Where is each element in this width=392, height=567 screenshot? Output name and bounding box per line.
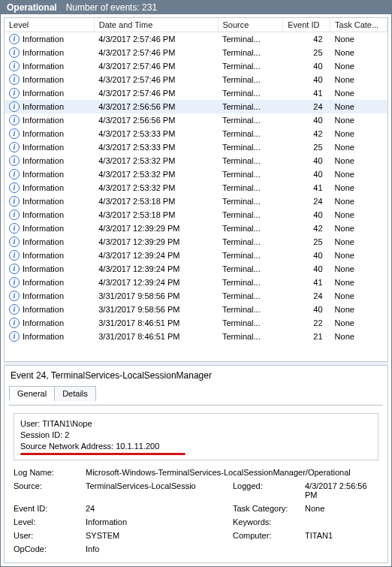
content-area: Level Date and Time Source Event ID Task…	[1, 14, 391, 566]
info-icon: i	[9, 115, 20, 125]
cell-level-text: Information	[23, 170, 64, 179]
cell-eventid: 40	[283, 113, 330, 127]
table-row[interactable]: iInformation4/3/2017 2:53:18 PMTerminal.…	[5, 195, 387, 208]
table-row[interactable]: iInformation4/3/2017 2:57:46 PMTerminal.…	[5, 73, 387, 86]
cell-level-text: Information	[23, 75, 64, 84]
table-row[interactable]: iInformation4/3/2017 2:57:46 PMTerminal.…	[5, 59, 387, 73]
cell-level: iInformation	[5, 46, 94, 59]
cell-taskcat: None	[330, 46, 387, 59]
info-icon: i	[9, 277, 20, 288]
cell-source: Terminal...	[218, 46, 283, 59]
cell-taskcat: None	[330, 154, 387, 167]
tab-details[interactable]: Details	[54, 386, 96, 401]
table-row[interactable]: iInformation4/3/2017 2:53:33 PMTerminal.…	[5, 140, 387, 154]
cell-date: 4/3/2017 12:39:24 PM	[94, 249, 218, 262]
meta-eventid-k: Event ID:	[14, 504, 81, 513]
cell-level: iInformation	[5, 195, 94, 208]
meta-level-k: Level:	[14, 517, 81, 526]
info-icon: i	[9, 331, 20, 342]
cell-date: 4/3/2017 2:57:46 PM	[94, 46, 218, 59]
cell-date: 4/3/2017 12:39:29 PM	[94, 235, 218, 249]
info-icon: i	[9, 142, 20, 152]
cell-source: Terminal...	[218, 208, 283, 222]
cell-source: Terminal...	[218, 316, 283, 330]
table-row[interactable]: iInformation4/3/2017 2:53:18 PMTerminal.…	[5, 208, 387, 222]
cell-eventid: 42	[283, 127, 330, 140]
meta-level-v: Information	[86, 517, 228, 526]
table-row[interactable]: iInformation4/3/2017 12:39:24 PMTerminal…	[5, 262, 387, 276]
cell-level-text: Information	[23, 183, 64, 192]
info-icon: i	[9, 182, 20, 193]
cell-level-text: Information	[23, 278, 64, 287]
grid-header-row[interactable]: Level Date and Time Source Event ID Task…	[5, 18, 387, 32]
cell-level: iInformation	[5, 316, 94, 330]
cell-date: 3/31/2017 8:46:51 PM	[94, 330, 218, 343]
table-row[interactable]: iInformation4/3/2017 2:53:32 PMTerminal.…	[5, 154, 387, 167]
event-viewer-window: Operational Number of events: 231 Level …	[0, 0, 392, 567]
cell-date: 4/3/2017 2:53:32 PM	[94, 181, 218, 195]
cell-eventid: 40	[283, 262, 330, 276]
table-row[interactable]: iInformation4/3/2017 12:39:24 PMTerminal…	[5, 249, 387, 262]
meta-empty2	[305, 544, 378, 553]
col-header-taskcat[interactable]: Task Cate...	[330, 18, 387, 32]
table-row[interactable]: iInformation4/3/2017 2:57:46 PMTerminal.…	[5, 32, 387, 47]
cell-level-text: Information	[23, 48, 64, 57]
cell-level: iInformation	[5, 208, 94, 222]
info-icon: i	[9, 101, 20, 112]
table-row[interactable]: iInformation4/3/2017 12:39:29 PMTerminal…	[5, 222, 387, 235]
msg-session: Session ID: 2	[20, 430, 372, 441]
msg-source-addr: Source Network Address: 10.1.11.200	[20, 441, 372, 452]
tab-general[interactable]: General	[9, 386, 55, 401]
info-icon: i	[9, 318, 20, 328]
cell-taskcat: None	[330, 32, 387, 47]
cell-taskcat: None	[330, 100, 387, 113]
cell-eventid: 40	[283, 154, 330, 167]
table-row[interactable]: iInformation4/3/2017 2:56:56 PMTerminal.…	[5, 100, 387, 113]
col-header-eventid[interactable]: Event ID	[283, 18, 330, 32]
cell-eventid: 40	[283, 167, 330, 181]
cell-level-text: Information	[23, 251, 64, 260]
col-header-level[interactable]: Level	[5, 18, 94, 32]
meta-keywords-k: Keywords:	[233, 517, 300, 526]
table-row[interactable]: iInformation4/3/2017 2:53:32 PMTerminal.…	[5, 181, 387, 195]
meta-eventid-v: 24	[86, 504, 228, 513]
col-header-source[interactable]: Source	[218, 18, 283, 32]
cell-taskcat: None	[330, 208, 387, 222]
cell-source: Terminal...	[218, 303, 283, 316]
table-row[interactable]: iInformation3/31/2017 9:58:56 PMTerminal…	[5, 303, 387, 316]
table-row[interactable]: iInformation4/3/2017 2:57:46 PMTerminal.…	[5, 46, 387, 59]
info-icon: i	[9, 196, 20, 207]
cell-source: Terminal...	[218, 73, 283, 86]
cell-level-text: Information	[23, 264, 64, 273]
table-row[interactable]: iInformation4/3/2017 2:53:33 PMTerminal.…	[5, 127, 387, 140]
cell-eventid: 41	[283, 276, 330, 289]
cell-source: Terminal...	[218, 222, 283, 235]
table-row[interactable]: iInformation3/31/2017 9:58:56 PMTerminal…	[5, 289, 387, 303]
cell-date: 4/3/2017 12:39:24 PM	[94, 262, 218, 276]
cell-level: iInformation	[5, 235, 94, 249]
table-row[interactable]: iInformation4/3/2017 12:39:29 PMTerminal…	[5, 235, 387, 249]
cell-eventid: 41	[283, 86, 330, 100]
cell-date: 4/3/2017 2:53:18 PM	[94, 208, 218, 222]
table-row[interactable]: iInformation4/3/2017 2:56:56 PMTerminal.…	[5, 113, 387, 127]
table-row[interactable]: iInformation3/31/2017 8:46:51 PMTerminal…	[5, 316, 387, 330]
table-row[interactable]: iInformation4/3/2017 2:57:46 PMTerminal.…	[5, 86, 387, 100]
cell-taskcat: None	[330, 167, 387, 181]
cell-level: iInformation	[5, 113, 94, 127]
info-icon: i	[9, 61, 20, 71]
table-row[interactable]: iInformation4/3/2017 2:53:32 PMTerminal.…	[5, 167, 387, 181]
table-row[interactable]: iInformation4/3/2017 12:39:24 PMTerminal…	[5, 276, 387, 289]
cell-level: iInformation	[5, 181, 94, 195]
events-grid[interactable]: Level Date and Time Source Event ID Task…	[4, 17, 388, 362]
titlebar: Operational Number of events: 231	[1, 1, 391, 14]
cell-eventid: 24	[283, 289, 330, 303]
meta-computer-v: TITAN1	[305, 531, 378, 540]
cell-level: iInformation	[5, 154, 94, 167]
detail-title: Event 24, TerminalServices-LocalSessionM…	[9, 369, 383, 385]
meta-source-k: Source:	[14, 481, 81, 499]
table-row[interactable]: iInformation3/31/2017 8:46:51 PMTerminal…	[5, 330, 387, 343]
cell-date: 4/3/2017 2:57:46 PM	[94, 73, 218, 86]
cell-date: 4/3/2017 2:53:32 PM	[94, 154, 218, 167]
col-header-date[interactable]: Date and Time	[94, 18, 218, 32]
info-icon: i	[9, 210, 20, 220]
